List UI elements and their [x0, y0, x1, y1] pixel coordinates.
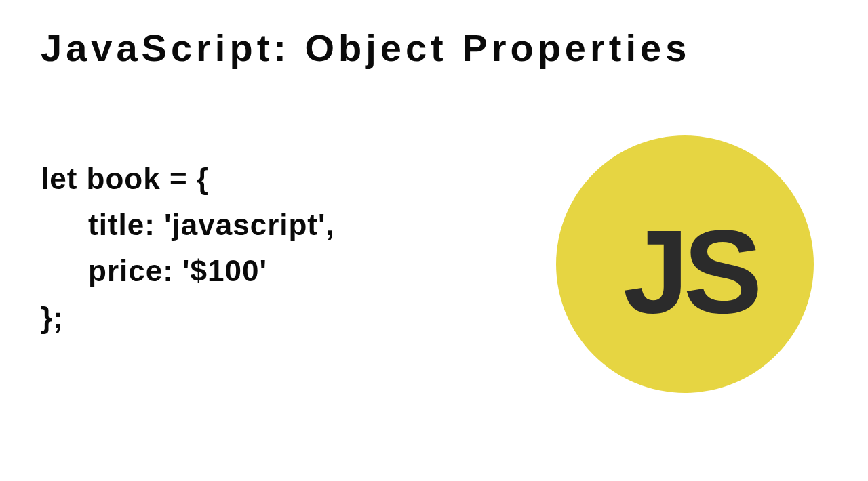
code-line-2: title: 'javascript', [41, 202, 335, 248]
js-logo-icon: JS [556, 135, 814, 393]
code-snippet: let book = { title: 'javascript', price:… [41, 156, 335, 341]
js-logo-text: JS [623, 203, 757, 339]
code-line-3: price: '$100' [41, 248, 335, 294]
page-title: JavaScript: Object Properties [41, 26, 690, 70]
code-line-4: }; [41, 295, 335, 341]
code-line-1: let book = { [41, 156, 335, 202]
